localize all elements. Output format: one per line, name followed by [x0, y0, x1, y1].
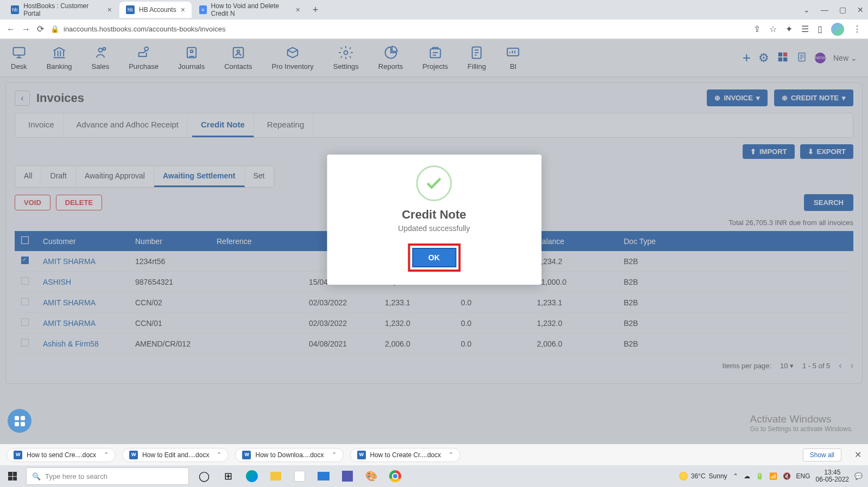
browser-tab[interactable]: ≡ How to Void and Delete Credit N ×: [193, 2, 307, 18]
browser-tab[interactable]: hb HB Accounts ×: [119, 2, 192, 18]
ms-store-icon[interactable]: [289, 465, 311, 487]
quick-access-button[interactable]: [8, 409, 31, 433]
delete-button[interactable]: DELETE: [56, 195, 102, 210]
maximize-icon[interactable]: ▢: [839, 5, 846, 14]
nav-contacts[interactable]: Contacts: [224, 45, 252, 71]
share-icon[interactable]: ⇪: [753, 24, 761, 34]
filter-all[interactable]: All: [15, 166, 42, 187]
table-row[interactable]: AMIT SHARMA CCN/01 02/03/2022 1,232.0 0.…: [15, 313, 853, 334]
nav-filling[interactable]: Filling: [467, 45, 486, 71]
filter-draft[interactable]: Draft: [42, 166, 76, 187]
show-all-downloads-button[interactable]: Show all: [803, 448, 841, 462]
download-item[interactable]: How to Create Cr....docx⌃: [350, 448, 461, 462]
nav-banking[interactable]: Banking: [47, 45, 72, 71]
row-checkbox[interactable]: [21, 277, 29, 285]
table-row[interactable]: AMIT SHARMA CCN/02 02/03/2022 1,233.1 0.…: [15, 292, 853, 313]
forward-icon[interactable]: →: [22, 24, 30, 34]
filter-awaiting-approval[interactable]: Awaiting Approval: [76, 166, 154, 187]
nav-sales[interactable]: Sales: [92, 45, 110, 71]
nav-projects[interactable]: Projects: [422, 45, 448, 71]
address-bar[interactable]: 🔒 inaccounts.hostbooks.com/accounts-book…: [50, 25, 747, 33]
minimize-icon[interactable]: —: [821, 5, 828, 14]
clock[interactable]: 13:45 06-05-2022: [816, 469, 849, 483]
gear-icon[interactable]: ⚙: [758, 51, 769, 65]
nav-purchase[interactable]: Purchase: [129, 45, 159, 71]
row-checkbox[interactable]: [21, 257, 29, 264]
download-item[interactable]: How to Downloa....docx⌃: [235, 448, 343, 462]
filter-set[interactable]: Set: [245, 166, 274, 187]
task-view-icon[interactable]: ⊞: [217, 465, 239, 487]
tray-chevron-icon[interactable]: ⌃: [733, 472, 738, 480]
onedrive-icon[interactable]: ☁: [744, 472, 750, 480]
chevron-up-icon[interactable]: ⌃: [217, 451, 221, 458]
close-window-icon[interactable]: ✕: [857, 5, 864, 14]
battery-icon[interactable]: 🔋: [756, 472, 764, 480]
reading-list-icon[interactable]: ☰: [801, 24, 809, 34]
nav-journals[interactable]: Journals: [178, 45, 205, 71]
cell-customer[interactable]: AMIT SHARMA: [36, 313, 129, 334]
chevron-up-icon[interactable]: ⌃: [448, 451, 453, 458]
credit-note-button[interactable]: ⊕CREDIT NOTE ▾: [774, 89, 853, 106]
star-icon[interactable]: ☆: [769, 24, 777, 34]
back-button[interactable]: ‹: [15, 91, 30, 106]
subtab-credit-note[interactable]: Credit Note: [192, 113, 254, 137]
select-all-checkbox[interactable]: [21, 236, 29, 244]
new-tab-button[interactable]: +: [308, 2, 323, 17]
new-dropdown[interactable]: New ⌄: [833, 54, 857, 62]
side-panel-icon[interactable]: ▯: [818, 24, 822, 34]
profile-avatar[interactable]: [831, 23, 844, 36]
file-explorer-icon[interactable]: [265, 465, 287, 487]
extensions-icon[interactable]: ✦: [785, 24, 793, 34]
browser-tab[interactable]: hb HostBooks : Customer Portal ×: [4, 2, 118, 18]
wifi-icon[interactable]: 📶: [769, 472, 777, 480]
subtab-repeating[interactable]: Repeating: [258, 113, 313, 137]
new-badge-icon[interactable]: NEW: [815, 53, 826, 63]
filter-awaiting-settlement[interactable]: Awaiting Settlement: [154, 166, 245, 187]
nav-pro-inventory[interactable]: Pro Inventory: [272, 45, 314, 71]
modal-ok-button[interactable]: OK: [412, 248, 456, 267]
download-item[interactable]: How to send Cre....docx⌃: [7, 448, 116, 462]
prev-page-icon[interactable]: ‹: [839, 361, 841, 370]
chrome-icon[interactable]: [384, 465, 406, 487]
download-item[interactable]: How to Edit and....docx⌃: [122, 448, 229, 462]
taskbar-search[interactable]: 🔍Type here to search: [26, 467, 189, 485]
teams-icon[interactable]: [337, 465, 358, 487]
back-icon[interactable]: ←: [7, 24, 15, 34]
weather-widget[interactable]: 36°C Sunny: [679, 472, 727, 480]
chevron-up-icon[interactable]: ⌃: [332, 451, 337, 458]
row-checkbox[interactable]: [21, 339, 29, 347]
chevron-down-icon[interactable]: ⌄: [803, 5, 810, 14]
export-button[interactable]: ⬇EXPORT: [800, 144, 853, 159]
cell-customer[interactable]: ASHISH: [36, 272, 129, 292]
calculator-icon[interactable]: [777, 51, 789, 65]
reload-icon[interactable]: ⟳: [37, 24, 44, 34]
language-indicator[interactable]: ENG: [796, 472, 810, 480]
plus-icon[interactable]: +: [743, 49, 751, 66]
next-page-icon[interactable]: ›: [851, 361, 853, 370]
chevron-up-icon[interactable]: ⌃: [104, 451, 109, 458]
menu-icon[interactable]: ⋮: [853, 24, 861, 34]
close-icon[interactable]: ×: [181, 5, 185, 14]
cell-customer[interactable]: AMIT SHARMA: [36, 251, 129, 272]
items-per-page-select[interactable]: 10 ▾: [780, 362, 794, 370]
cell-customer[interactable]: Ashish & Firm58: [36, 334, 129, 354]
invoice-button[interactable]: ⊕INVOICE ▾: [707, 89, 767, 106]
subtab-invoice[interactable]: Invoice: [20, 113, 64, 137]
nav-settings[interactable]: Settings: [333, 45, 359, 71]
volume-icon[interactable]: 🔇: [783, 472, 791, 480]
mail-icon[interactable]: [313, 465, 334, 487]
edge-icon[interactable]: [241, 465, 263, 487]
import-button[interactable]: ⬆IMPORT: [743, 144, 795, 159]
row-checkbox[interactable]: [21, 298, 29, 305]
nav-desk[interactable]: Desk: [11, 45, 27, 71]
cell-customer[interactable]: AMIT SHARMA: [36, 292, 129, 313]
nav-reports[interactable]: Reports: [378, 45, 403, 71]
row-checkbox[interactable]: [21, 318, 29, 326]
search-button[interactable]: SEARCH: [804, 194, 853, 211]
table-row[interactable]: Ashish & Firm58 AMEND/CR/012 04/08/2021 …: [15, 334, 853, 354]
start-button[interactable]: [0, 465, 25, 487]
notifications-icon[interactable]: 💬: [854, 472, 863, 480]
close-icon[interactable]: ×: [107, 5, 112, 14]
close-icon[interactable]: ×: [296, 5, 300, 14]
cortana-icon[interactable]: ◯: [193, 465, 215, 487]
